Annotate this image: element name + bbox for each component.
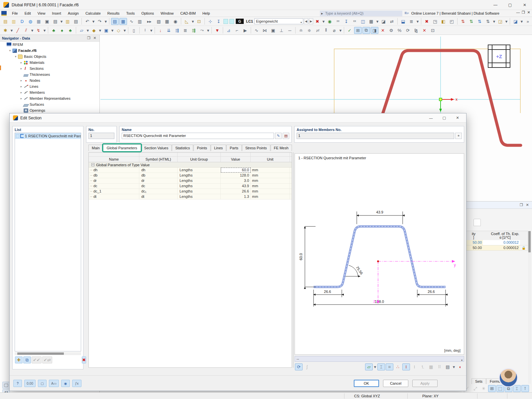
printout-icon[interactable]: ▥: [136, 18, 144, 25]
frame2-icon[interactable]: ⊡: [429, 27, 437, 34]
print-preview-icon[interactable]: ▤: [444, 363, 452, 370]
script-icon[interactable]: ▧: [155, 18, 163, 25]
tree-chevron-icon[interactable]: ▸: [19, 91, 24, 94]
delete-section-button[interactable]: ✖: [82, 356, 86, 363]
undo-caret-icon[interactable]: ▾: [92, 18, 95, 25]
guidelines-icon[interactable]: ⬚: [496, 385, 504, 392]
param-row-dt[interactable]: dt dt Lengths 1.3 mm: [89, 194, 292, 200]
zoom-select-icon[interactable]: ◲: [496, 18, 504, 25]
dlubal-connect-icon[interactable]: D: [18, 18, 26, 25]
box-3d-icon[interactable]: ◳: [431, 18, 439, 25]
new-section-button[interactable]: ✚: [15, 356, 23, 363]
tree-chevron-icon[interactable]: ▾: [8, 49, 12, 52]
copy-object-icon[interactable]: ▣: [269, 27, 277, 34]
sidebar-item-materials[interactable]: ▸ Materials: [0, 60, 99, 66]
load-insert-icon[interactable]: ↧: [215, 18, 222, 25]
filter-caret-icon[interactable]: ▾: [322, 18, 325, 25]
member-tool-icon[interactable]: ⍿: [141, 27, 149, 34]
column-icon[interactable]: ▯: [130, 27, 138, 34]
list-horizontal-scrollbar[interactable]: [15, 352, 81, 355]
dots-grid-icon[interactable]: ⠿: [436, 363, 443, 370]
work-plane-icon[interactable]: ◺: [183, 18, 191, 25]
material-row[interactable]: 50.00 0.000012: [464, 240, 528, 245]
tree-chevron-icon[interactable]: ▸: [19, 85, 24, 88]
table-view-icon[interactable]: ▤: [111, 18, 119, 25]
section-number-field[interactable]: 1: [88, 133, 114, 139]
doc-restore-button[interactable]: ❐: [521, 10, 526, 15]
tree-chevron-icon[interactable]: ▸: [19, 79, 24, 82]
member-caret-icon[interactable]: ▾: [150, 27, 153, 34]
section-name-field[interactable]: RSECTION Querschnitt mit Parameter: [122, 133, 274, 139]
new-node-icon[interactable]: ✱: [2, 27, 9, 34]
menu-edit[interactable]: Edit: [21, 10, 34, 17]
hinge-caret-icon[interactable]: ▾: [339, 27, 342, 34]
menu-file[interactable]: File: [9, 10, 21, 17]
animation-icon[interactable]: ▶: [241, 27, 249, 34]
axis-z-icon[interactable]: ⇅: [476, 18, 483, 25]
rotate-icon[interactable]: ⟳: [404, 27, 412, 34]
abacus-caret-icon[interactable]: ▾: [416, 18, 419, 25]
float-panel-icon[interactable]: ❐: [519, 203, 524, 207]
save-icon[interactable]: ▣: [43, 18, 51, 25]
profile-gray-icon[interactable]: Ⅰ: [411, 363, 418, 370]
tab-fe-mesh[interactable]: FE Mesh: [271, 145, 292, 151]
percent-icon[interactable]: %: [396, 27, 403, 34]
help-button[interactable]: ?: [13, 380, 22, 387]
float-panel-icon[interactable]: ❐: [86, 36, 91, 40]
param-row-dr[interactable]: dr dr Lengths 3.0 mm: [89, 178, 292, 184]
view-caret-icon[interactable]: ▾: [373, 363, 377, 370]
block-caret-icon[interactable]: ▾: [123, 27, 126, 34]
color-scheme-button[interactable]: ▢: [38, 380, 47, 387]
views-icon[interactable]: ▦: [367, 18, 375, 25]
param-row-dc1[interactable]: dc_1 dc₁ Lengths 26.6 mm: [89, 189, 292, 194]
eccentricity-icon[interactable]: ≑: [306, 27, 313, 34]
preview-combo[interactable]: -- ▾: [295, 356, 464, 362]
abacus-icon[interactable]: ≣: [408, 18, 415, 25]
axis-rev-icon[interactable]: ⇅: [484, 18, 492, 25]
redo-caret-icon[interactable]: ▾: [104, 18, 107, 25]
mirror-icon[interactable]: ⋈: [261, 27, 269, 34]
imperfection-icon[interactable]: ⤳: [198, 27, 206, 34]
save-view-icon[interactable]: ⬓: [399, 18, 407, 25]
area-load-icon[interactable]: ⇶: [173, 27, 181, 34]
minimize-button[interactable]: —: [488, 0, 503, 10]
tree-chevron-icon[interactable]: ▸: [19, 97, 24, 100]
grid-toggle-icon[interactable]: ⊞: [354, 27, 362, 34]
view-cube[interactable]: +Z: [488, 45, 510, 67]
table-grid-icon[interactable]: ▦: [427, 363, 435, 370]
check-icon[interactable]: ✓: [346, 27, 353, 34]
snap-points-icon[interactable]: ✳: [480, 385, 487, 392]
spreadsheet-icon[interactable]: ▦: [119, 18, 127, 25]
new-report-icon[interactable]: ▥: [64, 18, 71, 25]
polyline-icon[interactable]: ↯: [35, 27, 42, 34]
snap-icon[interactable]: ⊡: [195, 18, 203, 25]
load-gen-icon[interactable]: ⇶: [190, 27, 198, 34]
render-icon[interactable]: ◪: [512, 18, 519, 25]
tab-statistics[interactable]: Statistics: [172, 145, 193, 151]
axis-x-icon[interactable]: ⇅: [459, 18, 467, 25]
print-caret2-icon[interactable]: ▾: [452, 363, 456, 370]
measure-icon[interactable]: ─: [286, 27, 294, 34]
support-chat-icon[interactable]: ◉: [172, 18, 179, 25]
section-view-icon[interactable]: ▱: [365, 363, 373, 370]
param-row-dc[interactable]: dc dc Lengths 43.9 mm: [89, 184, 292, 189]
cancel-button[interactable]: Cancel: [383, 380, 408, 387]
filter-loads-icon[interactable]: ✖: [314, 18, 321, 25]
axis-caret-icon[interactable]: ▾: [492, 18, 496, 25]
sidebar-item-basic-objects[interactable]: ▾ Basic Objects: [0, 54, 99, 60]
views-caret-icon[interactable]: ▾: [376, 18, 379, 25]
report-icon[interactable]: ▤: [72, 18, 80, 25]
visibility-icon[interactable]: ◫: [359, 18, 367, 25]
doc-close-button[interactable]: ✕: [526, 10, 531, 15]
pin-icon[interactable]: ⊺: [521, 385, 529, 392]
open-file-icon[interactable]: ▥: [10, 18, 18, 25]
menu-view[interactable]: View: [34, 10, 49, 17]
edit-name-icon[interactable]: ✎: [275, 133, 282, 139]
network-model-icon[interactable]: ◍: [27, 18, 34, 25]
deactivate-icon[interactable]: ⌀: [331, 27, 338, 34]
close-panel-icon[interactable]: ✕: [92, 36, 97, 40]
tab-stress-points[interactable]: Stress Points: [242, 145, 270, 151]
close-button[interactable]: ✕: [517, 0, 532, 10]
dialog-maximize-button[interactable]: ▢: [438, 114, 451, 122]
collapse-icon[interactable]: [91, 163, 94, 166]
